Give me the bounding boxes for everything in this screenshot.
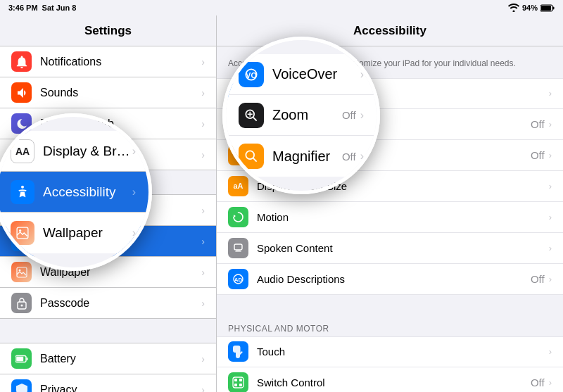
- svg-rect-31: [234, 379, 237, 381]
- touch-icon: [228, 341, 248, 362]
- time-display: 3:46 PM: [8, 4, 38, 12]
- battery-display: 94%: [522, 4, 538, 12]
- svg-text:VO: VO: [234, 91, 243, 98]
- svg-point-24: [234, 151, 241, 158]
- switch-label: Switch Control: [257, 377, 531, 388]
- right-item-motion[interactable]: Motion ›: [217, 202, 563, 233]
- sidebar-wallpaper-label: Wallpaper: [40, 266, 201, 279]
- status-time: 3:46 PM Sat Jun 8: [8, 4, 76, 12]
- svg-point-6: [20, 235, 23, 238]
- svg-rect-5: [19, 160, 25, 160]
- sidebar-gap-2: [0, 319, 216, 343]
- wallpaper-icon: [11, 262, 32, 282]
- right-description: Accessibility features help you customiz…: [217, 52, 563, 78]
- physical-section-header: PHYSICAL AND MOTOR: [217, 320, 563, 336]
- privacy-icon: [11, 379, 32, 392]
- sidebar-notifications-label: Notifications: [40, 56, 201, 68]
- sidebar-item-display[interactable]: AA Display & Br… ›: [0, 195, 216, 226]
- passcode-chevron: ›: [201, 298, 205, 309]
- spoken-chevron: ›: [549, 243, 552, 253]
- sidebar-item-notifications[interactable]: Notifications ›: [0, 46, 216, 77]
- svg-point-10: [20, 304, 23, 306]
- right-gap-1: [217, 295, 563, 320]
- privacy-chevron: ›: [201, 384, 205, 393]
- voiceover-label: VoiceOver: [257, 87, 545, 99]
- right-item-display-text[interactable]: aA Display & Text Size ›: [217, 171, 563, 202]
- switch-icon: [228, 372, 248, 392]
- right-item-touch[interactable]: Touch ›: [217, 336, 563, 367]
- right-item-switch[interactable]: Switch Control Off ›: [217, 367, 563, 392]
- audiodesc-value: Off: [531, 273, 545, 285]
- sidebar-item-sounds[interactable]: Sounds ›: [0, 77, 216, 108]
- sidebar-item-dnd[interactable]: Do Not Disturb ›: [0, 108, 216, 139]
- svg-line-25: [240, 157, 243, 160]
- sidebar-title: Settings: [84, 24, 132, 38]
- sidebar-list: Notifications › Sounds › Do Not Disturb …: [0, 46, 216, 392]
- motion-label: Motion: [257, 211, 549, 223]
- svg-rect-13: [26, 358, 27, 360]
- displaytext-chevron: ›: [549, 181, 552, 191]
- svg-rect-1: [541, 6, 551, 11]
- magnifier-chevron: ›: [549, 150, 552, 160]
- sidebar-item-battery[interactable]: Battery ›: [0, 343, 216, 374]
- spoken-icon: [228, 238, 248, 258]
- right-item-magnifier[interactable]: Magnifier Off ›: [217, 140, 563, 171]
- svg-rect-27: [234, 244, 242, 250]
- sidebar-gap-1: [0, 170, 216, 195]
- audiodesc-chevron: ›: [549, 274, 552, 284]
- wallpaper-chevron: ›: [201, 267, 205, 278]
- battery-icon: [540, 4, 555, 12]
- svg-rect-33: [239, 379, 242, 381]
- touch-label: Touch: [257, 346, 549, 358]
- voiceover-icon: VO: [228, 83, 248, 103]
- sounds-icon: [11, 82, 32, 103]
- right-content: Accessibility features help you customiz…: [217, 46, 563, 392]
- sidebar-accessibility-label: Accessibility: [40, 235, 201, 248]
- battery-chevron: ›: [201, 353, 205, 365]
- sidebar-item-screentime[interactable]: Screen Time ›: [0, 139, 216, 170]
- sidebar-item-accessibility[interactable]: Accessibility ›: [0, 226, 216, 257]
- status-bar: 3:46 PM Sat Jun 8 94%: [0, 0, 563, 15]
- sidebar-sounds-label: Sounds: [40, 87, 201, 99]
- motion-chevron: ›: [549, 212, 552, 222]
- audiodesc-icon: AD: [228, 269, 248, 289]
- sidebar-item-privacy[interactable]: Privacy ›: [0, 374, 216, 392]
- svg-rect-12: [16, 356, 23, 361]
- dnd-chevron: ›: [201, 118, 205, 129]
- display-icon: AA: [11, 200, 32, 220]
- notifications-chevron: ›: [201, 56, 205, 68]
- sidebar-item-passcode[interactable]: Passcode ›: [0, 288, 216, 319]
- right-item-spoken[interactable]: Spoken Content ›: [217, 233, 563, 264]
- right-item-audiodesc[interactable]: AD Audio Descriptions Off ›: [217, 264, 563, 295]
- date-display: Sat Jun 8: [42, 4, 77, 12]
- screentime-chevron: ›: [201, 149, 205, 160]
- right-item-voiceover[interactable]: VO VoiceOver ›: [217, 78, 563, 109]
- right-item-zoom[interactable]: Zoom Off ›: [217, 109, 563, 140]
- zoom-chevron: ›: [549, 119, 552, 129]
- battery-icon-sidebar: [11, 348, 32, 369]
- magnifier-icon: [228, 145, 248, 165]
- svg-text:AD: AD: [234, 277, 243, 283]
- passcode-icon: [11, 293, 32, 313]
- accessibility-chevron: ›: [201, 236, 205, 247]
- voiceover-chevron: ›: [549, 88, 552, 99]
- accessibility-icon: [11, 231, 32, 251]
- sounds-chevron: ›: [201, 87, 205, 99]
- svg-marker-26: [234, 215, 236, 217]
- audiodesc-label: Audio Descriptions: [257, 273, 531, 285]
- sidebar-item-wallpaper[interactable]: Wallpaper ›: [0, 257, 216, 288]
- main-layout: Settings Notifications › Sounds ›: [0, 15, 563, 392]
- display-chevron: ›: [201, 205, 205, 216]
- sidebar-screentime-label: Screen Time: [40, 148, 201, 161]
- physical-group: Touch › Switch Control Off › Voice Contr…: [217, 336, 563, 392]
- motion-icon: [228, 207, 248, 227]
- notifications-icon: [11, 51, 32, 72]
- sidebar-privacy-label: Privacy: [40, 384, 201, 393]
- sidebar-display-label: Display & Br…: [40, 204, 201, 217]
- sidebar-dnd-label: Do Not Disturb: [40, 118, 201, 130]
- switch-chevron: ›: [549, 377, 552, 388]
- right-panel: Accessibility Accessibility features hel…: [217, 15, 563, 392]
- displaytext-icon: aA: [228, 176, 248, 196]
- svg-rect-30: [233, 377, 243, 388]
- zoom-value: Off: [531, 118, 545, 130]
